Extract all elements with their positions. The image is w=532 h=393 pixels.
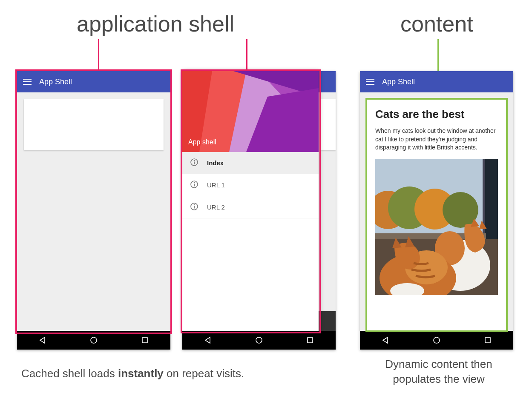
back-icon[interactable] xyxy=(39,336,46,344)
android-navbar xyxy=(360,331,513,350)
appbar-title: App Shell xyxy=(382,77,415,86)
info-icon xyxy=(190,158,198,168)
svg-rect-11 xyxy=(194,162,195,164)
appbar-title: App Shell xyxy=(39,77,72,86)
drawer-hero: App shell xyxy=(182,71,319,152)
content-title: Cats are the best xyxy=(375,108,498,121)
svg-marker-0 xyxy=(40,337,45,343)
phone-content: App Shell Cats are the best When my cats… xyxy=(360,71,513,350)
info-icon xyxy=(190,180,198,190)
svg-marker-40 xyxy=(383,337,388,343)
svg-point-10 xyxy=(194,160,195,161)
home-icon[interactable] xyxy=(90,336,98,344)
recent-icon[interactable] xyxy=(141,336,149,344)
placeholder-card xyxy=(24,99,164,150)
drawer-item-label: Index xyxy=(207,159,224,166)
hamburger-icon[interactable] xyxy=(23,79,32,85)
content-body-area: Cats are the best When my cats look out … xyxy=(360,92,513,331)
drawer-item-label: URL 2 xyxy=(207,204,225,211)
svg-marker-18 xyxy=(205,337,210,343)
svg-rect-17 xyxy=(194,206,195,209)
caption-content: Dynamic content then populates the view xyxy=(362,357,515,387)
drawer-item-url2[interactable]: URL 2 xyxy=(182,196,319,218)
pointer-line-shell-2 xyxy=(246,39,247,73)
caption-shell-bold: instantly xyxy=(118,367,164,380)
svg-point-16 xyxy=(194,204,195,206)
heading-content: content xyxy=(400,13,473,35)
svg-rect-20 xyxy=(308,338,313,343)
recent-icon[interactable] xyxy=(484,336,492,344)
home-icon[interactable] xyxy=(433,336,440,344)
diagram-canvas: application shell content App Shell xyxy=(9,9,523,384)
hamburger-icon[interactable] xyxy=(366,79,374,85)
appbar: App Shell xyxy=(17,71,170,92)
android-navbar xyxy=(17,331,170,350)
svg-point-41 xyxy=(434,337,440,343)
content-image xyxy=(375,159,498,295)
android-navbar xyxy=(182,331,336,350)
back-icon[interactable] xyxy=(204,336,212,344)
svg-rect-42 xyxy=(485,338,490,343)
svg-point-13 xyxy=(194,182,195,184)
drawer-hero-label: App shell xyxy=(188,138,216,146)
svg-point-1 xyxy=(91,337,97,343)
shell-body xyxy=(17,92,170,331)
home-icon[interactable] xyxy=(255,336,263,344)
nav-drawer: App shell Index URL 1 URL 2 xyxy=(182,71,319,331)
drawer-item-index[interactable]: Index xyxy=(182,152,319,174)
drawer-item-url1[interactable]: URL 1 xyxy=(182,174,319,196)
caption-shell-post: on repeat visits. xyxy=(164,367,244,380)
caption-shell-pre: Cached shell loads xyxy=(21,367,118,380)
back-icon[interactable] xyxy=(382,336,389,344)
recent-icon[interactable] xyxy=(306,336,314,344)
svg-rect-14 xyxy=(194,184,195,186)
caption-shell: Cached shell loads instantly on repeat v… xyxy=(21,366,244,381)
svg-rect-2 xyxy=(142,338,147,343)
heading-application-shell: application shell xyxy=(77,13,234,35)
svg-point-19 xyxy=(256,337,262,343)
appbar: App Shell xyxy=(360,71,513,92)
pointer-line-shell-1 xyxy=(98,39,99,73)
phone-shell-empty: App Shell xyxy=(17,71,170,350)
info-icon xyxy=(190,202,198,212)
content-body-text: When my cats look out the window at anot… xyxy=(375,127,498,152)
drawer-item-label: URL 1 xyxy=(207,181,225,189)
content-card: Cats are the best When my cats look out … xyxy=(367,99,506,331)
caption-content-line1: Dynamic content then xyxy=(385,358,492,370)
phone-shell-drawer: App shell Index URL 1 URL 2 xyxy=(182,71,336,350)
caption-content-line2: populates the view xyxy=(393,373,484,385)
